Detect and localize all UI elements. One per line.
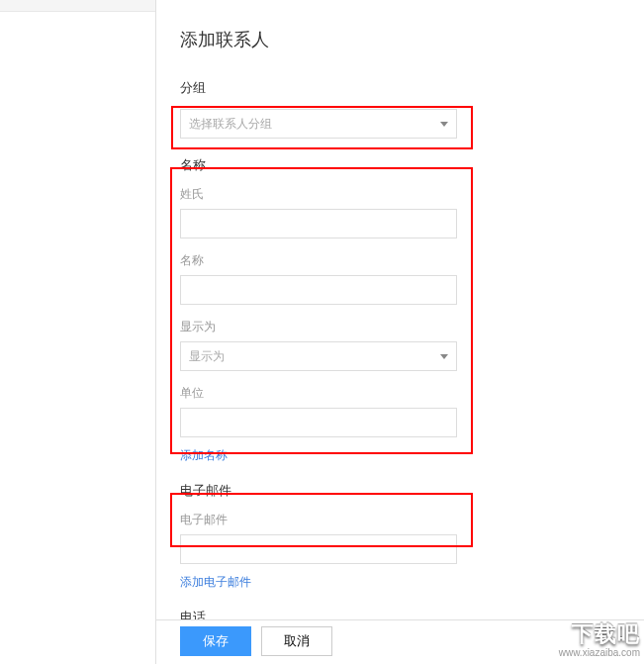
footer: 保存 取消 [156,619,644,661]
chevron-down-icon [440,122,448,127]
section-group: 分组 选择联系人分组 [180,79,620,139]
email-field-label: 电子邮件 [180,512,620,528]
company-label: 单位 [180,385,620,402]
sidebar-top-bar [0,0,155,12]
save-button[interactable]: 保存 [180,626,251,656]
section-group-label: 分组 [180,79,620,97]
group-select[interactable]: 选择联系人分组 [180,109,457,139]
company-input[interactable] [180,408,457,437]
givenname-input[interactable] [180,275,457,305]
main-content: 添加联系人 分组 选择联系人分组 名称 姓氏 名称 显示为 显示为 单位 添加名… [156,0,644,664]
email-input[interactable] [180,534,457,564]
section-name: 名称 姓氏 名称 显示为 显示为 单位 添加名称 [180,156,620,464]
group-select-placeholder: 选择联系人分组 [189,116,272,133]
displayas-select[interactable]: 显示为 [180,341,457,371]
page-title: 添加联系人 [180,28,620,51]
surname-input[interactable] [180,209,457,238]
section-email: 电子邮件 电子邮件 添加电子邮件 [180,482,620,591]
chevron-down-icon [440,354,448,359]
section-name-label: 名称 [180,156,620,174]
givenname-label: 名称 [180,252,620,269]
sidebar [0,0,156,664]
add-name-link[interactable]: 添加名称 [180,447,228,464]
displayas-label: 显示为 [180,319,620,335]
add-email-link[interactable]: 添加电子邮件 [180,574,251,591]
cancel-button[interactable]: 取消 [261,626,332,656]
displayas-select-placeholder: 显示为 [189,348,225,365]
surname-label: 姓氏 [180,186,620,203]
section-email-label: 电子邮件 [180,482,620,500]
